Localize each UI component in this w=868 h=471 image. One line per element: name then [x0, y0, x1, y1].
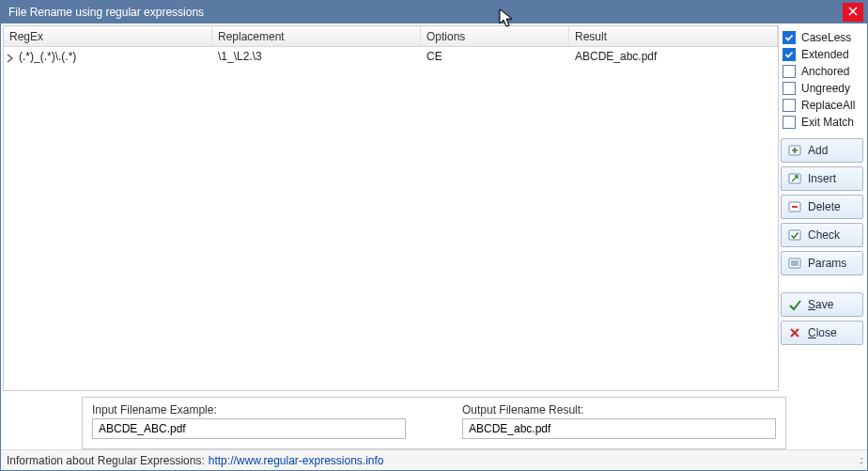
check-button[interactable]: Check [781, 223, 863, 247]
cell-options: CE [426, 50, 442, 63]
close-icon [787, 325, 802, 340]
checkbox-replaceall[interactable]: ReplaceAll [783, 99, 861, 112]
window-title: File Rename using regular expressions [5, 6, 843, 19]
checkbox-caseless[interactable]: CaseLess [783, 31, 861, 44]
header-result[interactable]: Result [569, 26, 778, 46]
output-result-input[interactable] [462, 418, 776, 439]
add-icon [787, 143, 802, 158]
title-bar: File Rename using regular expressions [1, 1, 867, 24]
checkbox-icon [783, 65, 796, 78]
checkbox-icon [783, 48, 796, 61]
rules-table: RegEx Replacement Options Result (.*)_(.… [3, 25, 779, 391]
button-label: Insert [808, 172, 857, 185]
delete-button[interactable]: Delete [781, 195, 863, 219]
checkbox-icon [783, 99, 796, 112]
input-example-input[interactable] [92, 418, 406, 439]
status-bar: Information about Regular Expressions: h… [1, 449, 867, 470]
header-options[interactable]: Options [421, 26, 569, 46]
checkbox-icon [783, 82, 796, 95]
checkbox-anchored[interactable]: Anchored [783, 65, 861, 78]
checkbox-icon [783, 31, 796, 44]
header-replacement[interactable]: Replacement [212, 26, 421, 46]
input-example-label: Input Filename Example: [92, 403, 406, 416]
button-label: Close [808, 326, 857, 339]
checkbox-extended[interactable]: Extended [783, 48, 861, 61]
checkbox-label: Ungreedy [801, 82, 850, 95]
params-icon [787, 256, 802, 271]
options-group: CaseLess Extended Anchored Ungreedy Repl… [781, 27, 863, 138]
check-icon [787, 228, 802, 243]
info-link[interactable]: http://www.regular-expressions.info [209, 454, 384, 467]
svg-rect-3 [789, 230, 800, 240]
checkbox-label: Extended [801, 48, 849, 61]
close-button[interactable]: Close [781, 321, 863, 345]
output-result-field: Output Filename Result: [462, 403, 776, 439]
button-group: Add Insert Delete Check Params Save [781, 138, 863, 345]
table-body: (.*)_(.*)\.(.*) \1_\L2.\3 CE ABCDE_abc.p… [4, 47, 778, 390]
insert-button[interactable]: Insert [781, 166, 863, 191]
chevron-right-icon [6, 53, 15, 66]
table-header: RegEx Replacement Options Result [4, 26, 778, 47]
header-regex[interactable]: RegEx [4, 26, 212, 46]
checkbox-label: ReplaceAll [801, 99, 855, 112]
checkbox-icon [783, 116, 796, 129]
checkbox-ungreedy[interactable]: Ungreedy [783, 82, 861, 95]
cell-replacement: \1_\L2.\3 [218, 50, 262, 63]
save-button[interactable]: Save [781, 292, 863, 317]
close-icon [848, 6, 858, 19]
resize-grip-icon[interactable]: .:: [860, 455, 861, 465]
checkbox-label: Anchored [801, 65, 849, 78]
insert-icon [787, 171, 802, 186]
cell-regex: (.*)_(.*)\.(.*) [19, 50, 76, 63]
close-window-button[interactable] [843, 3, 863, 22]
button-label: Check [808, 228, 857, 242]
checkbox-label: Exit Match [801, 116, 854, 129]
button-label: Params [808, 257, 857, 270]
right-panel: CaseLess Extended Anchored Ungreedy Repl… [781, 24, 867, 393]
delete-icon [787, 199, 802, 214]
button-label: Save [808, 298, 857, 311]
status-text: Information about Regular Expressions: [7, 454, 205, 467]
table-row[interactable]: (.*)_(.*)\.(.*) \1_\L2.\3 CE ABCDE_abc.p… [4, 47, 778, 66]
cell-result: ABCDE_abc.pdf [575, 50, 657, 63]
main-area: RegEx Replacement Options Result (.*)_(.… [1, 24, 867, 393]
params-button[interactable]: Params [781, 251, 863, 275]
output-result-label: Output Filename Result: [462, 403, 776, 416]
button-label: Add [808, 144, 857, 157]
example-group: Input Filename Example: Output Filename … [82, 397, 786, 449]
input-example-field: Input Filename Example: [92, 403, 406, 439]
checkbox-label: CaseLess [801, 31, 851, 44]
save-icon [787, 297, 802, 312]
add-button[interactable]: Add [781, 138, 863, 163]
button-label: Delete [808, 200, 857, 213]
checkbox-exitmatch[interactable]: Exit Match [783, 116, 861, 129]
